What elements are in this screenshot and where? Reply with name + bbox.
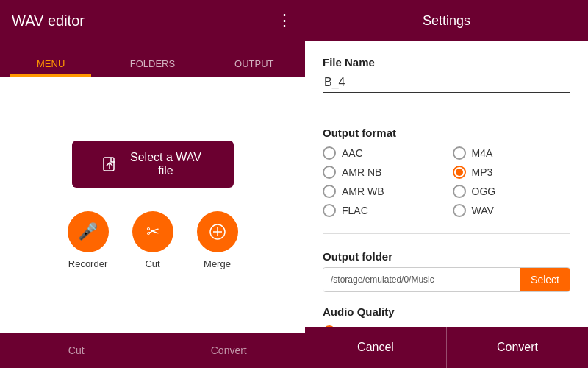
select-wav-button[interactable]: Select a WAV file [72, 141, 234, 188]
cut-button[interactable]: ✂ Cut [132, 211, 173, 269]
left-panel: WAV editor ⋮ MENU FOLDERS OUTPUT Select … [0, 0, 305, 368]
wav-file-icon [101, 154, 119, 174]
output-folder-label: Output folder [323, 250, 570, 263]
output-format-label: Output format [323, 127, 570, 139]
settings-footer: Cancel Convert [305, 327, 588, 368]
output-format-group: Output format AAC M4A AMR NB MP3 [323, 127, 570, 217]
app-header: WAV editor ⋮ [0, 0, 305, 41]
folder-path-input[interactable] [323, 268, 520, 291]
format-wav[interactable]: WAV [453, 204, 571, 217]
recorder-label: Recorder [68, 258, 107, 269]
radio-wav [453, 204, 466, 217]
cut-icon: ✂ [132, 211, 173, 252]
format-flac[interactable]: FLAC [323, 204, 441, 217]
format-ogg[interactable]: OGG [453, 185, 571, 198]
audio-quality-group: Audio Quality Same [323, 305, 570, 327]
more-options-icon[interactable]: ⋮ [276, 11, 293, 30]
cancel-button[interactable]: Cancel [305, 327, 447, 368]
bottom-icons-row: 🎤 Recorder ✂ Cut Merge [68, 211, 238, 269]
audio-quality-label: Audio Quality [323, 305, 570, 318]
right-panel: Settings File Name Output format AAC M4A [305, 0, 588, 368]
format-aac[interactable]: AAC [323, 146, 441, 160]
left-bottom-bar: Cut Convert [0, 333, 305, 368]
format-amr-nb[interactable]: AMR NB [323, 166, 441, 179]
radio-amr-nb [323, 166, 336, 179]
left-convert-button[interactable]: Convert [153, 333, 306, 368]
cut-label: Cut [145, 258, 159, 269]
merge-label: Merge [204, 258, 231, 269]
divider-2 [323, 233, 570, 234]
folder-select-button[interactable]: Select [520, 268, 570, 291]
output-folder-group: Output folder Select [323, 250, 570, 292]
format-amr-wb[interactable]: AMR WB [323, 185, 441, 198]
tab-output[interactable]: OUTPUT [204, 48, 305, 77]
file-name-label: File Name [323, 56, 570, 68]
recorder-button[interactable]: 🎤 Recorder [68, 211, 109, 269]
file-name-input[interactable] [323, 73, 570, 93]
settings-header: Settings [305, 0, 588, 41]
app-title: WAV editor [12, 13, 85, 29]
main-content: Select a WAV file 🎤 Recorder ✂ Cut [0, 77, 305, 333]
recorder-icon: 🎤 [68, 211, 109, 252]
format-m4a[interactable]: M4A [453, 146, 571, 160]
file-name-group: File Name [323, 56, 570, 93]
merge-button[interactable]: Merge [197, 211, 238, 269]
radio-mp3 [453, 166, 466, 179]
merge-icon [197, 211, 238, 252]
tab-menu[interactable]: MENU [0, 48, 101, 77]
radio-amr-wb [323, 185, 336, 198]
divider-1 [323, 110, 570, 110]
tab-bar: MENU FOLDERS OUTPUT [0, 41, 305, 77]
format-grid: AAC M4A AMR NB MP3 AMR WB [323, 146, 570, 217]
left-cut-button[interactable]: Cut [0, 333, 153, 368]
radio-ogg [453, 185, 466, 198]
radio-aac [323, 146, 336, 160]
format-mp3[interactable]: MP3 [453, 166, 571, 179]
settings-body: File Name Output format AAC M4A AMR NB [305, 41, 588, 327]
folder-row: Select [323, 267, 570, 292]
radio-flac [323, 204, 336, 217]
tab-folders[interactable]: FOLDERS [101, 48, 203, 77]
convert-button[interactable]: Convert [447, 327, 588, 368]
radio-m4a [453, 146, 466, 160]
